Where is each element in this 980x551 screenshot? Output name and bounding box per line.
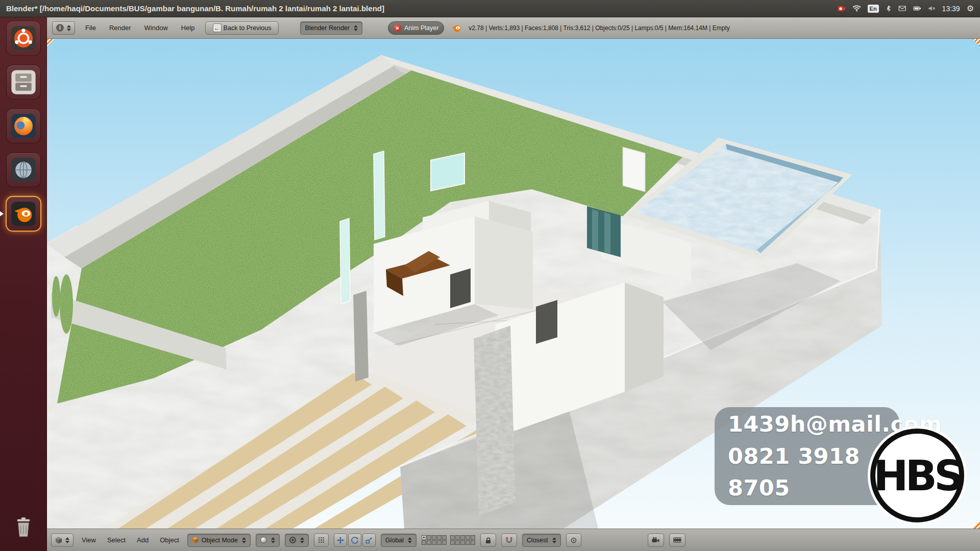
layer-toggle[interactable]: [455, 540, 460, 545]
bluetooth-icon[interactable]: [886, 5, 892, 12]
render-animation-icon: [673, 537, 681, 543]
layer-toggle[interactable]: [450, 540, 455, 545]
launcher-item-blender[interactable]: [7, 197, 40, 231]
dropdown-arrows: [242, 537, 246, 543]
layer-toggle[interactable]: [422, 535, 426, 540]
menu-view[interactable]: View: [79, 536, 99, 544]
shading-dropdown[interactable]: [256, 534, 280, 547]
layer-toggle[interactable]: [427, 540, 431, 545]
layer-toggle[interactable]: [455, 535, 460, 540]
session-gear-icon[interactable]: ⚙: [967, 5, 974, 13]
menu-window[interactable]: Window: [141, 24, 171, 32]
layers-group-2: [450, 535, 475, 545]
render-engine-label: Blender Render: [305, 24, 350, 32]
editor-type-button-info[interactable]: i: [52, 21, 75, 35]
layer-toggle[interactable]: [465, 540, 470, 545]
menu-add[interactable]: Add: [134, 536, 152, 544]
battery-icon[interactable]: [913, 5, 921, 12]
screen-recorder-icon[interactable]: [838, 5, 846, 12]
trash-icon: [11, 514, 36, 542]
watermark-panel: 1439h@mail.com 0821 3918 8705: [715, 407, 899, 505]
layer-toggle[interactable]: [471, 535, 475, 540]
menu-object[interactable]: Object: [157, 536, 182, 544]
info-editor-icon: i: [56, 24, 64, 32]
render-animation-button[interactable]: [669, 534, 685, 547]
manipulator-buttons: [334, 534, 376, 547]
snap-magnet-button[interactable]: [501, 534, 517, 547]
mode-label: Object Mode: [202, 537, 238, 544]
snap-element-label: Closest: [527, 537, 548, 544]
editor-type-button-3dview[interactable]: [51, 534, 74, 547]
web-browser-icon: [10, 156, 37, 184]
layer-toggle[interactable]: [437, 535, 442, 540]
launcher-item-trash[interactable]: [7, 511, 40, 545]
launcher-item-firefox[interactable]: [7, 109, 40, 143]
hbs-logo: HBS: [870, 429, 964, 522]
snap-target-button[interactable]: [566, 534, 581, 547]
ubuntu-dash-icon: [10, 24, 37, 52]
render-camera-icon: [652, 537, 660, 543]
clock[interactable]: 13:39: [942, 5, 960, 13]
snap-element-dropdown[interactable]: Closest: [522, 534, 561, 547]
anim-player-label: Anim Player: [404, 24, 438, 32]
rotate-manipulator-button[interactable]: [348, 534, 361, 547]
cypress-tree[interactable]: [60, 274, 73, 334]
firefox-icon: [10, 112, 37, 140]
render-engine-dropdown[interactable]: Blender Render: [300, 21, 362, 35]
layer-toggle[interactable]: [465, 535, 470, 540]
unity-launcher: [0, 17, 47, 551]
layer-toggle[interactable]: [442, 535, 447, 540]
keyboard-layout-indicator[interactable]: En: [868, 5, 879, 13]
lock-to-scene-button[interactable]: [480, 534, 496, 547]
layer-toggle[interactable]: [460, 535, 465, 540]
file-manager-icon: [10, 68, 37, 96]
dropdown-arrows: [552, 537, 556, 543]
dropdown-arrows: [300, 537, 304, 543]
orientation-label: Global: [385, 537, 404, 544]
back-to-previous-button[interactable]: ← Back to Previous: [205, 21, 279, 35]
3d-viewport[interactable]: 1439h@mail.com 0821 3918 8705 HBS: [47, 39, 980, 529]
pivot-align-button[interactable]: [314, 534, 329, 547]
layer-toggle[interactable]: [432, 535, 436, 540]
doorway: [536, 300, 557, 344]
anim-player-button[interactable]: × Anim Player: [388, 21, 444, 35]
render-camera-button[interactable]: [648, 534, 664, 547]
layer-toggle[interactable]: [450, 535, 455, 540]
rotate-manipulator-icon: [351, 537, 358, 544]
info-header: i File Render Window Help ← Back to Prev…: [47, 17, 980, 39]
layers-grid: [422, 535, 475, 545]
launcher-item-browser[interactable]: [7, 153, 40, 187]
launcher-item-files[interactable]: [7, 65, 40, 99]
layer-toggle[interactable]: [427, 535, 431, 540]
scene-statistics: v2.78 | Verts:1,893 | Faces:1,808 | Tris…: [469, 24, 729, 32]
orientation-dropdown[interactable]: Global: [381, 534, 416, 547]
scale-manipulator-button[interactable]: [362, 534, 376, 547]
menu-select[interactable]: Select: [104, 536, 129, 544]
pivot-dropdown[interactable]: [285, 534, 309, 547]
volume-muted-icon[interactable]: [928, 5, 936, 12]
wifi-icon[interactable]: [852, 5, 861, 12]
watermark-email: 1439h@mail.com: [728, 408, 899, 440]
blender-window: i File Render Window Help ← Back to Prev…: [47, 17, 980, 551]
white-cabinet: [623, 147, 645, 192]
layer-toggle[interactable]: [460, 540, 465, 545]
layer-toggle[interactable]: [471, 540, 475, 545]
scale-manipulator-icon: [365, 537, 373, 544]
viewport-header: View Select Add Object Object Mode: [47, 529, 980, 551]
layer-toggle[interactable]: [442, 540, 447, 545]
launcher-item-ubuntu-dash[interactable]: [7, 21, 40, 55]
cypress-tree[interactable]: [52, 276, 60, 317]
doorway: [450, 268, 471, 308]
mode-dropd own mode-dropdown[interactable]: Object Mode: [187, 534, 251, 547]
layer-toggle[interactable]: [432, 540, 436, 545]
menu-file[interactable]: File: [82, 24, 99, 32]
mail-icon[interactable]: [898, 5, 906, 12]
menu-help[interactable]: Help: [178, 24, 198, 32]
back-arrow-icon: ←: [213, 23, 222, 32]
screen: Blender* [/home/haqi/Documents/BUS/gamba…: [0, 0, 980, 551]
layer-toggle[interactable]: [422, 540, 426, 545]
translate-manipulator-button[interactable]: [334, 534, 347, 547]
menu-render[interactable]: Render: [106, 24, 134, 32]
layer-toggle[interactable]: [437, 540, 442, 545]
anim-player-close-icon: ×: [394, 24, 401, 32]
